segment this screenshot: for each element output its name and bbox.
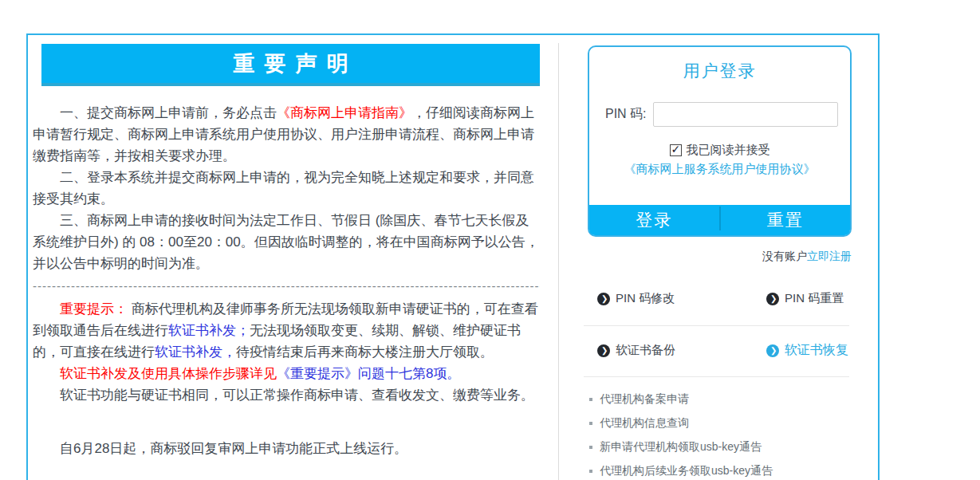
application-guide-link[interactable]: 《商标网上申请指南》	[277, 105, 412, 120]
pin-label: PIN 码:	[605, 106, 647, 123]
important-notice-1-text-3: 待疫情结束后再来商标大楼注册大厅领取。	[236, 344, 494, 360]
agency-filing-link[interactable]: 代理机构备案申请	[589, 387, 877, 411]
user-agreement-link[interactable]: 《商标网上服务系统用户使用协议》	[624, 162, 816, 175]
login-panel: 用户登录 PIN 码: 我已阅读并接受 《商标网上服务系统用户使用协议》 登录 …	[559, 35, 877, 480]
notice-paragraph-2: 二、登录本系统并提交商标网上申请的，视为完全知晓上述规定和要求，并同意接受其约束…	[33, 167, 540, 210]
pin-input[interactable]	[653, 102, 838, 127]
login-title: 用户登录	[589, 60, 850, 82]
chevron-right-circle-icon	[766, 344, 779, 357]
pin-modify-label: PIN 码修改	[616, 291, 675, 306]
chevron-right-circle-icon	[597, 293, 610, 305]
soft-cert-restore-label: 软证书恢复	[785, 342, 848, 359]
important-tips-link[interactable]: 《重要提示》问题十七第8项。	[277, 366, 460, 381]
pin-reset-label: PIN 码重置	[785, 291, 844, 306]
pin-row: PIN 码:	[605, 102, 850, 127]
soft-cert-steps-line: 软证书补发及使用具体操作步骤详见《重要提示》问题十七第8项。	[33, 363, 540, 384]
login-box: 用户登录 PIN 码: 我已阅读并接受 《商标网上服务系统用户使用协议》 登录 …	[588, 45, 852, 237]
soft-cert-function-line: 软证书功能与硬证书相同，可以正常操作商标申请、查看收发文、缴费等业务。	[33, 384, 540, 406]
notice-paragraph-1: 一、提交商标网上申请前，务必点击《商标网上申请指南》，仔细阅读商标网上申请暂行规…	[33, 102, 540, 167]
notice-paragraph-3: 三、商标网上申请的接收时间为法定工作日、节假日 (除国庆、春节七天长假及系统维护…	[33, 210, 540, 274]
soft-cert-steps-text: 软证书补发及使用具体操作步骤详见	[60, 366, 277, 381]
chevron-right-circle-icon	[597, 344, 610, 357]
agree-checkbox[interactable]	[670, 144, 682, 156]
soft-cert-reissue-link-1[interactable]: 软证书补发；	[168, 323, 250, 338]
dashed-separator: ----------------------------------------…	[33, 277, 540, 296]
notice-panel: 重要声明 一、提交商标网上申请前，务必点击《商标网上申请指南》，仔细阅读商标网上…	[33, 44, 540, 480]
agree-row: 我已阅读并接受	[589, 143, 850, 158]
pin-reset-link[interactable]: PIN 码重置	[766, 291, 877, 306]
quick-links-row-1: PIN 码修改 PIN 码重置	[559, 291, 877, 325]
horizontal-divider	[584, 376, 849, 377]
reset-button[interactable]: 重置	[721, 205, 851, 235]
june-launch-line: 自6月28日起，商标驳回复审网上申请功能正式上线运行。	[33, 438, 540, 459]
agency-info-query-link[interactable]: 代理机构信息查询	[589, 411, 877, 435]
soft-cert-backup-label: 软证书备份	[616, 343, 675, 358]
chevron-right-circle-icon	[766, 293, 779, 305]
notice-title: 重要声明	[224, 49, 358, 78]
notice-body: 一、提交商标网上申请前，务必点击《商标网上申请指南》，仔细阅读商标网上申请暂行规…	[33, 102, 540, 480]
pin-modify-link[interactable]: PIN 码修改	[597, 291, 766, 306]
important-notice-1-label: 重要提示：	[60, 301, 128, 317]
paragraph-1-text-pre: 一、提交商标网上申请前，务必点击	[60, 105, 277, 120]
soft-cert-reissue-link-2[interactable]: 软证书补发，	[155, 344, 236, 360]
quick-links: PIN 码修改 PIN 码重置 软证书备份 软证书恢复	[559, 291, 877, 377]
quick-links-row-2: 软证书备份 软证书恢复	[559, 326, 877, 376]
agreement-row: 《商标网上服务系统用户使用协议》	[589, 162, 850, 177]
register-link[interactable]: 立即注册	[807, 250, 852, 262]
agree-label: 我已阅读并接受	[687, 143, 770, 158]
soft-cert-backup-link[interactable]: 软证书备份	[597, 342, 766, 359]
important-notice-1: 重要提示： 商标代理机构及律师事务所无法现场领取新申请硬证书的，可在查看到领取通…	[33, 298, 540, 363]
agency-link-list: 代理机构备案申请 代理机构信息查询 新申请代理机构领取usb-key通告 代理机…	[559, 387, 877, 480]
agency-followup-usbkey-notice-link[interactable]: 代理机构后续业务领取usb-key通告	[589, 458, 877, 480]
notice-header: 重要声明	[41, 44, 540, 86]
main-container: 重要声明 一、提交商标网上申请前，务必点击《商标网上申请指南》，仔细阅读商标网上…	[26, 33, 880, 480]
login-actions-bar: 登录 重置	[589, 205, 850, 235]
login-button[interactable]: 登录	[589, 205, 719, 235]
register-row: 没有账户立即注册	[559, 250, 877, 264]
new-agency-usbkey-notice-link[interactable]: 新申请代理机构领取usb-key通告	[589, 435, 877, 458]
soft-cert-restore-link[interactable]: 软证书恢复	[766, 342, 877, 359]
no-account-label: 没有账户	[762, 250, 807, 262]
